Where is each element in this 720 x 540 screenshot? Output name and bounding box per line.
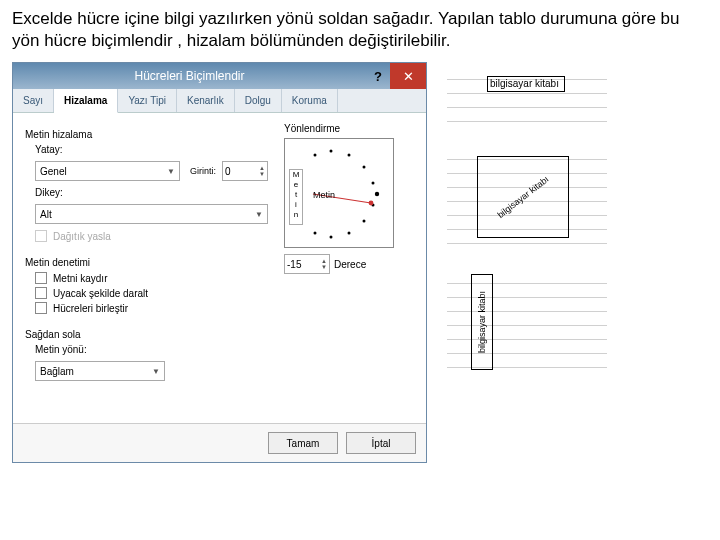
horizontal-dropdown[interactable]: Genel ▼ (35, 161, 180, 181)
svg-point-3 (363, 166, 366, 169)
chevron-down-icon: ▼ (167, 167, 175, 176)
example-cell-3: bilgisayar kitabı (471, 274, 493, 370)
svg-point-12 (369, 201, 374, 206)
merge-label: Hücreleri birleştir (53, 303, 128, 314)
orientation-word: Metin (313, 190, 335, 200)
tab-number[interactable]: Sayı (13, 89, 54, 112)
down-icon: ▼ (259, 171, 265, 177)
indent-spinner[interactable]: 0 ▲▼ (222, 161, 268, 181)
dialog-title: Hücreleri Biçimlendir (13, 69, 366, 83)
orientation-arc[interactable]: Metin (309, 145, 389, 243)
svg-point-2 (348, 154, 351, 157)
vertical-value: Alt (40, 209, 52, 220)
section-rtl: Sağdan sola (25, 329, 268, 340)
tab-font[interactable]: Yazı Tipi (118, 89, 177, 112)
help-icon[interactable]: ? (366, 69, 390, 84)
shrink-checkbox[interactable] (35, 287, 47, 299)
wrap-checkbox[interactable] (35, 272, 47, 284)
cancel-button[interactable]: İptal (346, 432, 416, 454)
shrink-label: Uyacak şekilde daralt (53, 288, 148, 299)
ok-button[interactable]: Tamam (268, 432, 338, 454)
chevron-down-icon: ▼ (152, 367, 160, 376)
svg-point-7 (363, 220, 366, 223)
section-orientation: Yönlendirme (284, 123, 414, 134)
close-icon[interactable]: ✕ (390, 63, 426, 89)
intro-text: Excelde hücre içine bilgi yazılırken yön… (12, 8, 708, 52)
svg-point-1 (330, 150, 333, 153)
orientation-vertical-sample[interactable]: Metin (289, 169, 303, 225)
section-text-control: Metin denetimi (25, 257, 268, 268)
vertical-label: Dikey: (35, 187, 85, 198)
titlebar: Hücreleri Biçimlendir ? ✕ (13, 63, 426, 89)
direction-label: Metin yönü: (35, 344, 105, 355)
tab-protection[interactable]: Koruma (282, 89, 338, 112)
chevron-down-icon: ▼ (255, 210, 263, 219)
svg-point-4 (372, 182, 375, 185)
tab-alignment[interactable]: Hizalama (54, 89, 118, 113)
svg-point-10 (314, 232, 317, 235)
direction-value: Bağlam (40, 366, 74, 377)
example-cell-1: bilgisayar kitabı (487, 76, 565, 92)
svg-point-8 (348, 232, 351, 235)
svg-point-5 (375, 192, 379, 196)
tab-strip: Sayı Hizalama Yazı Tipi Kenarlık Dolgu K… (13, 89, 426, 113)
tab-fill[interactable]: Dolgu (235, 89, 282, 112)
horizontal-label: Yatay: (35, 144, 85, 155)
vertical-dropdown[interactable]: Alt ▼ (35, 204, 268, 224)
justify-distributed-label: Dağıtık yasla (53, 231, 111, 242)
example-vertical: bilgisayar kitabı (447, 270, 607, 378)
indent-label: Girinti: (190, 166, 216, 176)
degree-value: -15 (287, 259, 301, 270)
indent-value: 0 (225, 166, 231, 177)
example-horizontal: bilgisayar kitabı (447, 66, 607, 122)
merge-checkbox[interactable] (35, 302, 47, 314)
example-cell-2: bilgisayar kitabı (477, 156, 569, 238)
tab-border[interactable]: Kenarlık (177, 89, 235, 112)
degree-spinner[interactable]: -15 ▲▼ (284, 254, 330, 274)
svg-point-0 (314, 154, 317, 157)
orientation-box[interactable]: Metin Metin (284, 138, 394, 248)
format-cells-dialog: Hücreleri Biçimlendir ? ✕ Sayı Hizalama … (12, 62, 427, 463)
examples-column: bilgisayar kitabı bilgisayar kitabı bilg… (447, 62, 708, 463)
section-text-align: Metin hizalama (25, 129, 268, 140)
example-diagonal: bilgisayar kitabı (447, 146, 607, 246)
down-icon: ▼ (321, 264, 327, 270)
degree-label: Derece (334, 259, 366, 270)
svg-point-9 (330, 236, 333, 239)
justify-distributed-checkbox (35, 230, 47, 242)
direction-dropdown[interactable]: Bağlam ▼ (35, 361, 165, 381)
button-bar: Tamam İptal (13, 423, 426, 462)
wrap-label: Metni kaydır (53, 273, 107, 284)
horizontal-value: Genel (40, 166, 67, 177)
